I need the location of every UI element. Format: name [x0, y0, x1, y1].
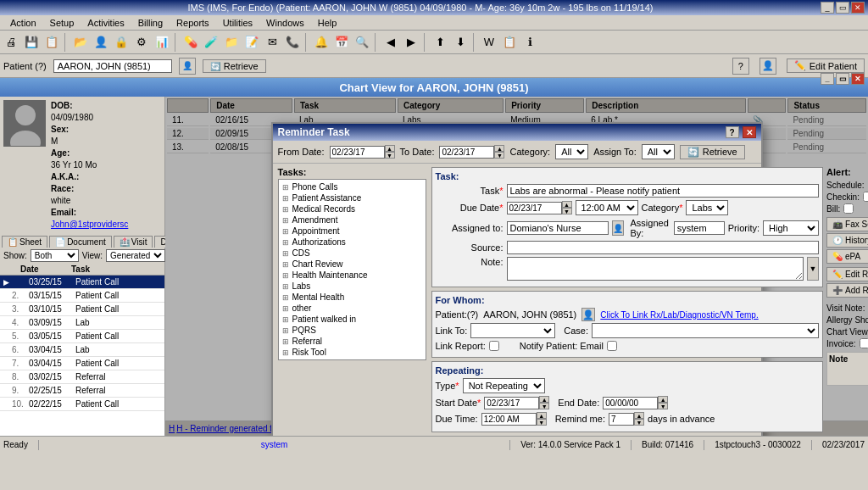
due-time-input[interactable] [481, 413, 537, 426]
task-row[interactable]: 6. 03/04/15 Lab [0, 343, 164, 357]
help-icon[interactable]: ? [732, 58, 749, 75]
tree-item-referral[interactable]: ⊞Referral [281, 336, 424, 347]
due-date-up[interactable]: ▲ [562, 201, 572, 208]
priority-select[interactable]: HighMediumLow [763, 220, 819, 236]
from-date-down[interactable]: ▼ [385, 152, 395, 159]
modal-retrieve-btn[interactable]: 🔄 Retrieve [680, 145, 745, 159]
assigned-by-input[interactable] [674, 221, 725, 235]
time-select[interactable]: 12:00 AM [576, 200, 638, 215]
task-row[interactable]: 8. 03/02/15 Referral [0, 370, 164, 384]
end-date-input[interactable] [603, 397, 658, 409]
history-btn[interactable]: 🕐 History [826, 233, 868, 248]
tree-item-authorizations[interactable]: ⊞Authorizations [281, 237, 424, 248]
chart-close-btn[interactable]: ✕ [851, 73, 865, 85]
epa-btn[interactable]: 💊 ePA [826, 249, 868, 264]
toolbar-btn-2[interactable]: 💾 [22, 33, 41, 52]
tree-item-amendment[interactable]: ⊞Amendment [281, 214, 424, 226]
menu-windows[interactable]: Windows [259, 15, 311, 30]
type-select[interactable]: Not Repeating [463, 378, 545, 393]
menu-action[interactable]: Action [3, 15, 43, 30]
task-row[interactable]: 7. 03/04/15 Patient Call [0, 357, 164, 370]
user-icon[interactable]: 👤 [760, 58, 776, 75]
remind-days-input[interactable] [609, 413, 634, 426]
toolbar-btn-9[interactable]: 💊 [181, 33, 200, 52]
tree-item-risk-tool[interactable]: ⊞Risk Tool [281, 347, 424, 358]
toolbar-btn-15[interactable]: 🔔 [312, 33, 331, 52]
assigned-to-input[interactable] [507, 221, 609, 235]
toolbar-btn-14[interactable]: 📞 [283, 33, 302, 52]
link-to-select[interactable] [470, 323, 555, 338]
end-date-up[interactable]: ▲ [658, 396, 668, 403]
tab-sheet[interactable]: 📋 Sheet [2, 236, 47, 248]
toolbar-btn-6[interactable]: 🔒 [112, 33, 131, 52]
tree-item-health-maintenance[interactable]: ⊞Health Maintenance [281, 270, 424, 281]
edit-reminder-btn[interactable]: ✏️ Edit Reminder [826, 267, 868, 281]
tree-item-other[interactable]: ⊞other [281, 303, 424, 314]
toolbar-btn-3[interactable]: 📋 [42, 33, 61, 52]
menu-reports[interactable]: Reports [170, 15, 216, 30]
expand-icon[interactable]: ▶ [3, 278, 12, 287]
menu-setup[interactable]: Setup [43, 15, 81, 30]
modal-close-btn[interactable]: ✕ [743, 126, 756, 138]
menu-activities[interactable]: Activities [81, 15, 131, 30]
source-input[interactable] [507, 241, 820, 254]
toolbar-btn-20[interactable]: ⬆ [431, 33, 449, 52]
tree-item-patient-assistance[interactable]: ⊞Patient Assistance [281, 192, 424, 203]
toolbar-btn-5[interactable]: 👤 [92, 33, 110, 52]
toolbar-btn-13[interactable]: ✉ [263, 33, 281, 52]
chart-minimize-btn[interactable]: _ [821, 73, 834, 85]
click-link[interactable]: Click To Link Rx/Lab/Diagnostic/VN Temp. [600, 310, 758, 320]
note-textarea[interactable] [507, 257, 804, 281]
task-row[interactable]: 2. 03/15/15 Patient Call [0, 289, 164, 303]
window-controls[interactable]: _ ▭ ✕ [821, 2, 865, 14]
tree-item-patient-walked-in[interactable]: ⊞Patient walked in [281, 314, 424, 325]
retrieve-button[interactable]: Retrieve [203, 59, 266, 73]
toolbar-btn-8[interactable]: 📊 [153, 33, 171, 52]
email-link[interactable]: John@1stprovidersc [51, 219, 128, 231]
toolbar-btn-18[interactable]: ◀ [381, 33, 400, 52]
toolbar-btn-22[interactable]: W [480, 33, 498, 52]
due-time-up[interactable]: ▲ [537, 412, 547, 419]
show-select[interactable]: BothActiveInactive [31, 249, 79, 262]
from-date-input[interactable] [330, 146, 385, 159]
category-select[interactable]: All [555, 144, 588, 159]
fw-patient-search[interactable]: 👤 [581, 308, 595, 321]
from-date-up[interactable]: ▲ [385, 145, 395, 152]
checkin-checkbox[interactable] [863, 192, 868, 202]
modal-help-btn[interactable]: ? [726, 126, 739, 138]
note-expand-btn[interactable]: ▼ [807, 257, 819, 281]
chart-restore-btn[interactable]: ▭ [836, 73, 849, 85]
minimize-btn[interactable]: _ [821, 2, 834, 14]
menu-help[interactable]: Help [311, 15, 344, 30]
view-select[interactable]: GeneratedAll [106, 249, 165, 262]
due-date-down[interactable]: ▼ [562, 208, 572, 214]
task-category-select[interactable]: Labs [686, 200, 728, 215]
tree-item-pqrs[interactable]: ⊞PQRS [281, 325, 424, 336]
toolbar-btn-7[interactable]: ⚙ [132, 33, 151, 52]
fax-sent-btn[interactable]: 📠 Fax Sent [826, 217, 868, 231]
case-select[interactable] [592, 323, 819, 338]
toolbar-btn-10[interactable]: 🧪 [202, 33, 220, 52]
task-row[interactable]: 3. 03/10/15 Patient Call [0, 303, 164, 316]
remind-days-up[interactable]: ▲ [634, 412, 644, 419]
task-row[interactable]: 9. 02/25/15 Referral [0, 384, 164, 398]
tree-item-labs[interactable]: ⊞Labs [281, 281, 424, 292]
close-btn[interactable]: ✕ [851, 2, 865, 14]
toolbar-btn-4[interactable]: 📂 [71, 33, 90, 52]
due-time-down[interactable]: ▼ [537, 419, 547, 426]
tree-item-chart-review[interactable]: ⊞Chart Review [281, 259, 424, 270]
task-text-input[interactable] [507, 184, 820, 198]
toolbar-btn-17[interactable]: 🔍 [353, 33, 371, 52]
toolbar-btn-24[interactable]: ℹ [520, 33, 539, 52]
task-row[interactable]: ▶ 03/25/15 Patient Call [0, 276, 164, 289]
patient-name-box[interactable]: AARON, JOHN (9851) [53, 59, 172, 73]
assigned-to-search[interactable]: 👤 [612, 220, 624, 236]
task-row[interactable]: 10. 02/22/15 Patient Call [0, 398, 164, 411]
task-row[interactable]: 5. 03/05/15 Patient Call [0, 330, 164, 343]
tab-visit[interactable]: 🏥 Visit [114, 236, 153, 248]
patient-search-icon[interactable]: 👤 [179, 58, 196, 75]
restore-btn[interactable]: ▭ [836, 2, 849, 14]
tree-item-cds[interactable]: ⊞CDS [281, 248, 424, 259]
toolbar-btn-11[interactable]: 📁 [222, 33, 241, 52]
toolbar-btn-12[interactable]: 📝 [242, 33, 261, 52]
